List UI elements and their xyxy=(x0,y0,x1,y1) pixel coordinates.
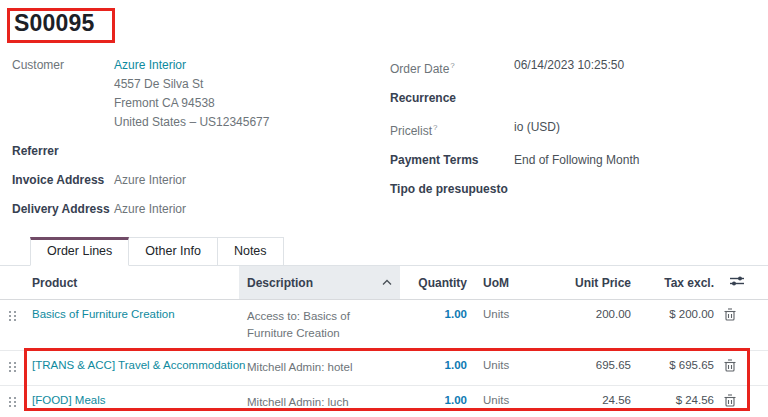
handle-column-header xyxy=(0,266,24,300)
delete-row-cell xyxy=(722,300,746,351)
uom-column-header[interactable]: UoM xyxy=(475,266,553,300)
pricelist-value[interactable]: io (USD) xyxy=(514,118,560,137)
field-referrer: Referrer xyxy=(12,142,378,161)
uom-cell[interactable]: Units xyxy=(475,351,553,386)
tax-excl-cell[interactable]: $ 24.56 xyxy=(639,386,722,417)
tax-excl-cell[interactable]: $ 695.65 xyxy=(639,351,722,386)
product-cell[interactable]: [FOOD] Meals xyxy=(24,386,239,417)
uom-cell[interactable]: Units xyxy=(475,386,553,417)
spare-column-header xyxy=(746,266,768,300)
payment-terms-value[interactable]: End of Following Month xyxy=(514,151,639,170)
customer-address-line: 4557 De Silva St xyxy=(114,75,269,94)
field-pricelist: Pricelist? io (USD) xyxy=(390,118,762,141)
tipo-de-presupuesto-label: Tipo de presupuesto xyxy=(390,180,514,199)
table-row: [TRANS & ACC] Travel & Accommodation Mit… xyxy=(0,351,768,386)
help-icon: ? xyxy=(450,61,454,70)
invoice-address-value[interactable]: Azure Interior xyxy=(114,171,186,190)
description-cell[interactable]: Access to: Basics of Furniture Creation xyxy=(239,300,400,351)
sale-order-form: S00095 Customer Azure Interior 4557 De S… xyxy=(0,0,768,417)
product-cell[interactable]: Basics of Furniture Creation xyxy=(24,300,239,351)
unit-price-cell[interactable]: 695.65 xyxy=(553,351,639,386)
table-row: [FOOD] Meals Mitchell Admin: luch 1.00 U… xyxy=(0,386,768,417)
sliders-icon[interactable] xyxy=(730,275,744,287)
table-row: Basics of Furniture Creation Access to: … xyxy=(0,300,768,351)
notebook-tabs: Order Lines Other Info Notes xyxy=(0,235,768,266)
table-header-row: Product Description Quantity UoM Unit Pr… xyxy=(0,266,768,300)
trash-icon[interactable] xyxy=(724,359,736,372)
trash-icon[interactable] xyxy=(724,308,736,321)
help-icon: ? xyxy=(433,123,437,132)
delete-row-cell xyxy=(722,386,746,417)
delivery-address-label: Delivery Address xyxy=(12,200,114,219)
drag-handle-cell xyxy=(0,386,24,417)
unit-price-column-header[interactable]: Unit Price xyxy=(553,266,639,300)
order-lines-table: Product Description Quantity UoM Unit Pr… xyxy=(0,266,768,417)
customer-label: Customer xyxy=(12,56,114,75)
order-date-value[interactable]: 06/14/2023 10:25:50 xyxy=(514,56,624,75)
tax-excl-column-header[interactable]: Tax excl. xyxy=(639,266,722,300)
optional-columns-header xyxy=(722,266,746,300)
description-column-header[interactable]: Description xyxy=(239,266,400,300)
delete-row-cell xyxy=(722,351,746,386)
product-column-header[interactable]: Product xyxy=(24,266,239,300)
customer-address-line: Fremont CA 94538 xyxy=(114,94,269,113)
tab-order-lines[interactable]: Order Lines xyxy=(30,237,129,266)
customer-value-block: Azure Interior 4557 De Silva St Fremont … xyxy=(114,56,269,132)
payment-terms-label: Payment Terms xyxy=(390,151,514,170)
drag-handle-icon[interactable] xyxy=(8,396,17,410)
pricelist-label: Pricelist? xyxy=(390,118,514,141)
recurrence-label: Recurrence xyxy=(390,89,514,108)
field-tipo-de-presupuesto: Tipo de presupuesto xyxy=(390,180,762,199)
referrer-label: Referrer xyxy=(12,142,114,161)
field-customer: Customer Azure Interior 4557 De Silva St… xyxy=(12,56,378,132)
product-cell[interactable]: [TRANS & ACC] Travel & Accommodation xyxy=(24,351,239,386)
tab-notes[interactable]: Notes xyxy=(218,237,284,266)
customer-address-line: United States – US12345677 xyxy=(114,113,269,132)
quantity-cell[interactable]: 1.00 xyxy=(400,351,475,386)
trash-icon[interactable] xyxy=(724,394,736,407)
quantity-cell[interactable]: 1.00 xyxy=(400,300,475,351)
drag-handle-icon[interactable] xyxy=(8,310,17,324)
quantity-column-header[interactable]: Quantity xyxy=(400,266,475,300)
field-invoice-address: Invoice Address Azure Interior xyxy=(12,171,378,190)
delivery-address-value[interactable]: Azure Interior xyxy=(114,200,186,219)
tax-excl-cell[interactable]: $ 200.00 xyxy=(639,300,722,351)
order-date-label: Order Date? xyxy=(390,56,514,79)
unit-price-cell[interactable]: 24.56 xyxy=(553,386,639,417)
description-cell[interactable]: Mitchell Admin: hotel xyxy=(239,351,400,386)
tab-other-info[interactable]: Other Info xyxy=(129,237,218,266)
customer-link[interactable]: Azure Interior xyxy=(114,56,269,75)
drag-handle-cell xyxy=(0,300,24,351)
field-recurrence: Recurrence xyxy=(390,89,762,108)
description-cell[interactable]: Mitchell Admin: luch xyxy=(239,386,400,417)
drag-handle-cell xyxy=(0,351,24,386)
drag-handle-icon[interactable] xyxy=(8,361,17,375)
field-payment-terms: Payment Terms End of Following Month xyxy=(390,151,762,170)
uom-cell[interactable]: Units xyxy=(475,300,553,351)
field-order-date: Order Date? 06/14/2023 10:25:50 xyxy=(390,56,762,79)
quantity-cell[interactable]: 1.00 xyxy=(400,386,475,417)
right-field-column: Order Date? 06/14/2023 10:25:50 Recurren… xyxy=(390,56,762,209)
invoice-address-label: Invoice Address xyxy=(12,171,114,190)
left-field-column: Customer Azure Interior 4557 De Silva St… xyxy=(12,56,378,229)
order-number-title: S00095 xyxy=(14,10,95,37)
unit-price-cell[interactable]: 200.00 xyxy=(553,300,639,351)
caret-up-icon xyxy=(382,279,392,286)
field-delivery-address: Delivery Address Azure Interior xyxy=(12,200,378,219)
